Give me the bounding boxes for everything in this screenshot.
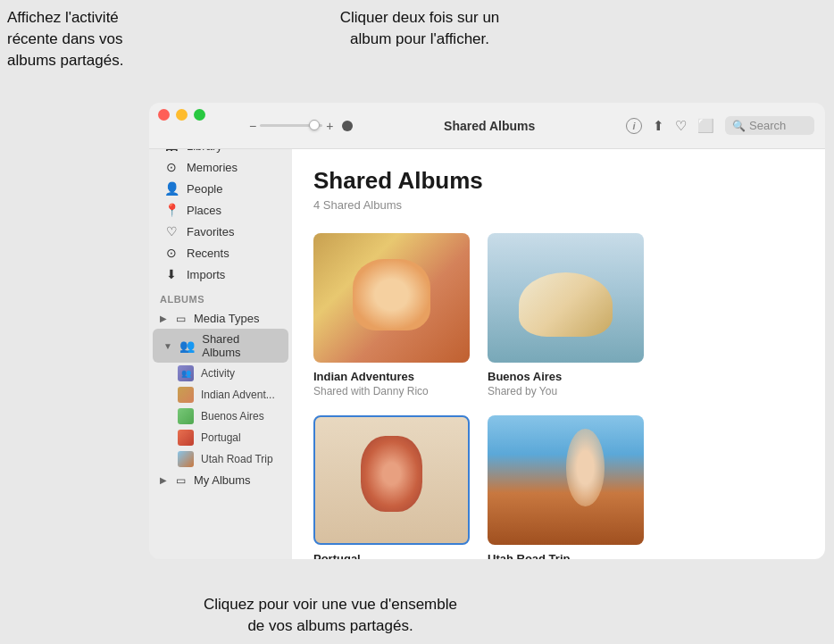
window-title: Shared Albums — [353, 119, 626, 133]
search-placeholder: Search — [749, 119, 786, 132]
album-indian-adventures[interactable]: Indian Adventures Shared with Danny Rico — [313, 233, 470, 397]
sidebar-item-people-label: People — [187, 182, 222, 196]
chevron-my-albums-icon: ▶ — [160, 475, 167, 485]
share-icon[interactable]: ⬆ — [653, 118, 664, 134]
chevron-right-icon: ▶ — [160, 314, 167, 323]
portugal-thumb — [178, 430, 194, 446]
sidebar-item-media-types-label: Media Types — [194, 312, 259, 325]
sidebar-item-my-albums-label: My Albums — [194, 473, 251, 487]
fullscreen-button[interactable] — [194, 109, 205, 121]
album-name-utah: Utah Road Trip — [488, 552, 644, 559]
sidebar-item-imports[interactable]: ⬇ Imports — [153, 263, 288, 285]
album-utah-road-trip[interactable]: Utah Road Trip Shared by You — [488, 415, 644, 559]
my-albums-icon: ▭ — [172, 474, 188, 487]
sidebar-item-memories[interactable]: ⊙ Memories — [153, 156, 288, 178]
media-types-icon: ▭ — [172, 313, 188, 325]
sidebar-sub-item-indian-label: Indian Advent... — [201, 389, 275, 401]
album-thumb-indian — [313, 233, 470, 363]
chevron-down-icon: ▼ — [163, 341, 172, 351]
buenos-aires-thumb — [178, 408, 194, 424]
zoom-thumb[interactable] — [309, 120, 320, 130]
sidebar-sub-item-activity-label: Activity — [201, 367, 235, 380]
sidebar-sub-item-portugal-label: Portugal — [201, 431, 241, 444]
sidebar-item-favorites[interactable]: ♡ Favorites — [153, 221, 288, 242]
imports-icon: ⬇ — [163, 267, 179, 281]
sidebar-sub-item-indian-adventures[interactable]: Indian Advent... — [153, 384, 288, 406]
tooltip-overview-text: Cliquez pour voir une vue d'ensemble de … — [204, 596, 457, 634]
sidebar-item-people[interactable]: 👤 People — [153, 178, 288, 199]
albums-section-label: Albums — [149, 285, 292, 308]
sidebar-item-favorites-label: Favorites — [187, 225, 234, 238]
sidebar-item-places-label: Places — [187, 204, 221, 217]
sidebar-sub-item-activity[interactable]: 👥 Activity — [153, 363, 288, 384]
sidebar-item-imports-label: Imports — [187, 268, 225, 281]
zoom-track[interactable] — [260, 124, 322, 127]
album-thumb-buenos — [488, 233, 644, 363]
search-icon: 🔍 — [732, 120, 746, 132]
utah-thumb — [178, 451, 194, 467]
sidebar-sub-item-utah-label: Utah Road Trip — [201, 453, 273, 465]
sidebar-sub-item-utah[interactable]: Utah Road Trip — [153, 448, 288, 470]
zoom-plus-icon[interactable]: + — [326, 119, 333, 133]
info-icon[interactable]: i — [626, 118, 642, 134]
sidebar-sub-item-buenos-aires[interactable]: Buenos Aires — [153, 406, 288, 427]
tooltip-double-click-text: Cliquer deux fois sur un album pour l'af… — [340, 9, 500, 47]
memories-icon: ⊙ — [163, 160, 179, 174]
album-name-indian: Indian Adventures — [313, 370, 470, 383]
traffic-lights — [158, 109, 205, 121]
favorite-icon[interactable]: ♡ — [675, 118, 687, 134]
album-buenos-aires[interactable]: Buenos Aires Shared by You — [488, 233, 644, 397]
sidebar-item-media-types[interactable]: ▶ ▭ Media Types — [149, 308, 292, 329]
sidebar-item-shared-albums[interactable]: ▼ 👥 Shared Albums — [153, 329, 288, 363]
header-actions: i ⬆ ♡ ⬜ 🔍 Search — [626, 116, 814, 135]
window-toolbar: − + Shared Albums i ⬆ ♡ ⬜ 🔍 Search — [149, 103, 825, 149]
sidebar-item-places[interactable]: 📍 Places — [153, 199, 288, 221]
search-box[interactable]: 🔍 Search — [725, 116, 814, 135]
layout-icon[interactable]: ⬜ — [697, 118, 714, 134]
minimize-button[interactable] — [176, 109, 188, 121]
activity-thumb: 👥 — [178, 365, 194, 381]
view-mode-dot[interactable] — [342, 121, 353, 131]
main-content: Shared Albums 4 Shared Albums Indian Adv… — [292, 149, 825, 559]
sidebar-item-recents[interactable]: ⊙ Recents — [153, 242, 288, 263]
sidebar-sub-item-buenos-label: Buenos Aires — [201, 410, 264, 422]
album-thumb-utah — [488, 415, 644, 545]
sidebar-item-recents-label: Recents — [187, 247, 229, 260]
shared-albums-icon: 👥 — [179, 339, 195, 353]
zoom-controls: − + — [249, 119, 353, 133]
indian-adventures-thumb — [178, 387, 194, 403]
sidebar: Photos 🖼 Library ⊙ Memories 👤 People 📍 P… — [149, 103, 292, 559]
tooltip-activity: Affichez l'activité récente dans vos alb… — [7, 7, 186, 71]
album-portugal[interactable]: Portugal Shared by You — [313, 415, 470, 559]
recents-icon: ⊙ — [163, 246, 179, 260]
people-icon: 👤 — [163, 181, 179, 196]
tooltip-overview: Cliquez pour voir une vue d'ensemble de … — [179, 594, 482, 637]
tooltip-activity-text: Affichez l'activité récente dans vos alb… — [7, 9, 123, 69]
zoom-minus-icon[interactable]: − — [249, 119, 256, 133]
album-name-buenos: Buenos Aires — [488, 370, 644, 383]
album-subtitle-indian: Shared with Danny Rico — [313, 385, 470, 397]
album-thumb-portugal — [313, 415, 470, 545]
sidebar-item-my-albums[interactable]: ▶ ▭ My Albums — [149, 470, 292, 490]
tooltip-double-click: Cliquer deux fois sur un album pour l'af… — [304, 7, 536, 50]
album-subtitle-buenos: Shared by You — [488, 385, 644, 397]
places-icon: 📍 — [163, 203, 179, 217]
sidebar-item-memories-label: Memories — [187, 161, 238, 174]
sidebar-sub-item-portugal[interactable]: Portugal — [153, 427, 288, 448]
favorites-icon: ♡ — [163, 224, 179, 238]
page-title: Shared Albums — [313, 167, 804, 195]
close-button[interactable] — [158, 109, 170, 121]
sidebar-item-shared-albums-label: Shared Albums — [202, 332, 278, 359]
album-name-portugal: Portugal — [313, 552, 470, 559]
album-count: 4 Shared Albums — [313, 198, 804, 212]
albums-grid: Indian Adventures Shared with Danny Rico… — [313, 233, 804, 559]
